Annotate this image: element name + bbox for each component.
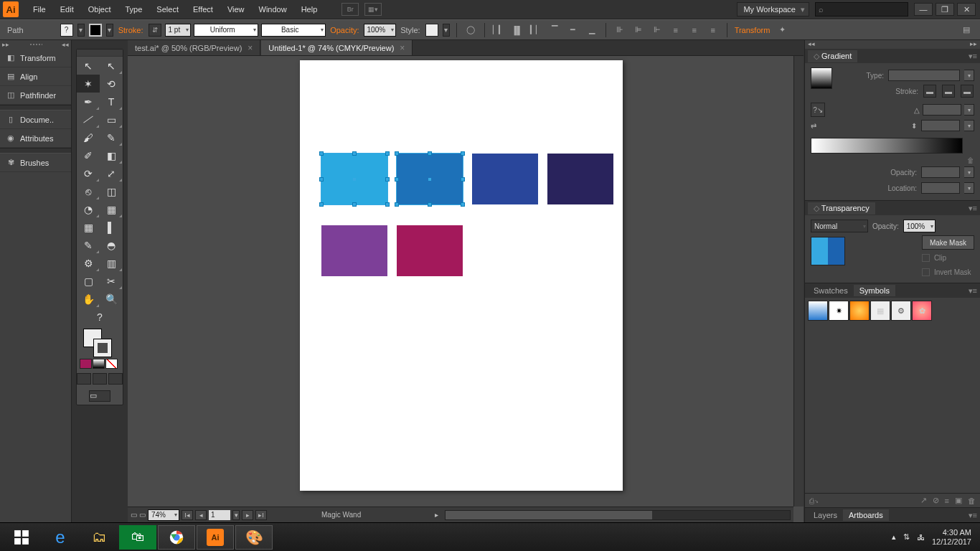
opacity-label[interactable]: Opacity: [330,26,359,34]
align-hcenter-icon[interactable]: ▐▌ [510,23,524,37]
symbol-item[interactable]: ⚙ [891,301,911,321]
close-tab-icon[interactable]: × [400,43,405,53]
magic-wand-tool[interactable]: ✶ [77,75,100,93]
panel-align[interactable]: ▤Align [0,67,71,86]
menu-effect[interactable]: Effect [186,0,220,19]
nav-last-button[interactable]: ▸I [255,510,267,520]
arrange-documents-button[interactable]: ▦▾ [364,3,382,16]
bridge-button[interactable]: Br [341,3,359,16]
stop-location-field[interactable] [921,182,960,194]
menu-window[interactable]: Window [252,0,294,19]
transparency-thumbnail[interactable] [811,237,845,265]
artwork-rectangle[interactable] [321,154,387,204]
system-tray[interactable]: ▴ ⇅ 🖧 4:30 AM 12/12/2017 [892,528,977,547]
clip-checkbox[interactable] [922,254,930,262]
selection-handle[interactable] [461,151,465,156]
align-bottom-icon[interactable]: ▁ [585,23,599,37]
artboard-nav-icon[interactable]: ▭ [139,511,146,519]
opacity-field[interactable]: 100% [364,24,397,37]
transparency-opacity-field[interactable]: 100% [903,220,936,232]
stroke-label[interactable]: Stroke: [118,26,143,34]
artwork-rectangle[interactable] [472,154,538,204]
search-input[interactable]: ⌕ [815,2,908,17]
selection-handle[interactable] [319,202,324,207]
none-mode-swatch[interactable] [105,359,118,369]
stop-opacity-field[interactable] [921,166,960,178]
blend-mode-field[interactable]: Normal [811,220,868,232]
unknown-tool[interactable]: ? [77,308,123,326]
selection-handle[interactable] [428,151,432,156]
gradient-angle-field[interactable] [923,104,961,116]
stroke-apply-2-icon[interactable]: ▬ [942,85,955,98]
draw-behind-mode[interactable] [93,373,107,385]
gradient-mode-swatch[interactable] [93,359,105,369]
artboards-tab[interactable]: Artboards [843,509,889,521]
scale-tool[interactable]: ⤢ [100,164,123,182]
stroke-apply-3-icon[interactable]: ▬ [961,85,974,98]
gradient-tool[interactable]: ▌ [100,218,123,236]
taskbar-ie-icon[interactable]: e [42,525,79,550]
panel-menu-icon[interactable]: ▾≡ [969,52,977,61]
gradient-aspect-arrow[interactable]: ▾ [964,120,974,131]
symbol-item[interactable] [849,301,870,321]
stroke-weight-field[interactable]: 1 pt [165,24,192,37]
artwork-rectangle[interactable] [321,225,387,276]
artboard[interactable]: center [300,60,623,491]
artwork-rectangle[interactable] [397,154,463,204]
stroke-swatch[interactable] [89,24,102,37]
selection-handle[interactable] [319,177,324,182]
panel-pathfinder[interactable]: ◫Pathfinder [0,86,71,105]
gradient-aspect-field[interactable] [921,120,960,131]
symbol-item[interactable]: ✷ [829,301,849,321]
workspace-switcher[interactable]: My Workspace [737,2,809,17]
horizontal-scrollbar[interactable] [445,510,791,520]
nav-next-button[interactable]: ▸ [242,510,253,520]
gradient-type-arrow[interactable]: ▾ [964,70,974,81]
zoom-level-field[interactable]: 74% [148,509,179,521]
menu-select[interactable]: Select [149,0,186,19]
invert-mask-checkbox[interactable] [922,268,930,276]
slice-tool[interactable]: ✂ [100,272,123,290]
delete-stop-icon[interactable]: 🗑 [967,156,974,164]
recolor-artwork-icon[interactable]: ◯ [463,23,478,37]
distribute-top-icon[interactable]: ≡ [669,23,683,37]
gradient-angle-arrow[interactable]: ▾ [964,104,974,116]
align-right-icon[interactable]: ▎▏ [529,23,543,37]
zoom-tool[interactable]: 🔍 [100,290,123,308]
vertical-scrollbar[interactable] [793,56,804,507]
screen-mode-button[interactable]: ▭ [89,390,110,402]
reverse-gradient-icon[interactable]: ⇄ [811,122,816,130]
brush-definition[interactable]: Basic [261,24,326,37]
artboard-tool[interactable]: ▢ [77,272,100,290]
width-tool[interactable]: ⎋ [77,182,100,200]
paintbrush-tool[interactable]: 🖌 [77,128,100,146]
selection-handle[interactable] [395,177,399,182]
gradient-slider[interactable] [811,138,963,154]
dock-grip[interactable]: ◂◂▸▸ [805,40,980,49]
window-restore-button[interactable]: ❐ [936,3,954,16]
tray-sync-icon[interactable]: ⇅ [903,532,910,542]
fill-swatch[interactable]: ? [60,24,73,37]
menu-help[interactable]: Help [294,0,325,19]
nav-first-button[interactable]: I◂ [182,510,193,520]
selection-handle[interactable] [461,202,465,207]
taskbar-explorer-icon[interactable]: 🗂 [80,525,118,550]
first-artboard-icon[interactable]: ▭ [131,511,137,519]
menu-view[interactable]: View [220,0,252,19]
stroke-apply-1-icon[interactable]: ▬ [923,85,936,98]
mesh-tool[interactable]: ▦ [77,218,100,236]
window-close-button[interactable]: ✕ [957,3,976,16]
selection-handle[interactable] [428,202,432,207]
tray-network-icon[interactable]: 🖧 [917,533,925,542]
draw-inside-mode[interactable] [108,373,123,385]
make-mask-button[interactable]: Make Mask [922,235,974,250]
rectangle-tool[interactable]: ▭ [100,110,123,128]
eraser-tool[interactable]: ◧ [100,146,123,164]
align-vcenter-icon[interactable]: ━ [566,23,580,37]
controlbar-overflow-icon[interactable]: ▤ [959,23,974,37]
artwork-rectangle[interactable] [547,154,613,204]
stop-location-arrow[interactable]: ▾ [964,182,974,194]
horizontal-scroll-thumb[interactable] [446,511,652,519]
shape-builder-tool[interactable]: ◔ [77,200,100,218]
perspective-grid-tool[interactable]: ▦ [100,200,123,218]
